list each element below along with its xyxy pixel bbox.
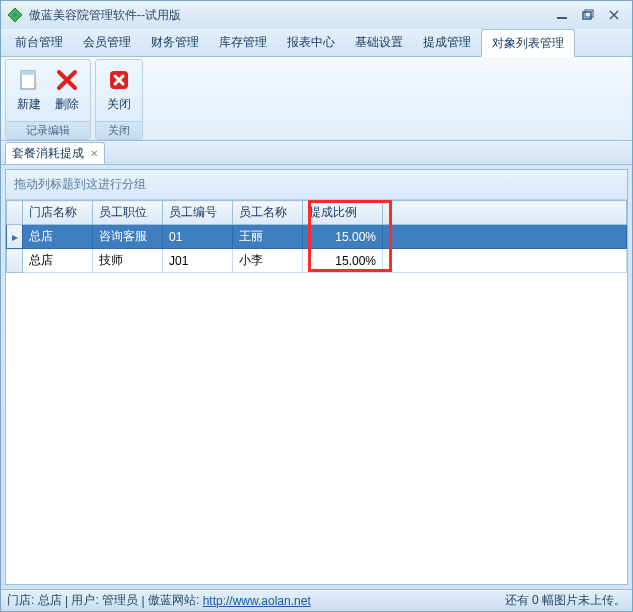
tab-package-commission[interactable]: 套餐消耗提成 ✕ [5, 142, 105, 164]
new-button[interactable]: 新建 [10, 64, 48, 117]
status-site-label: 傲蓝网站: [148, 592, 199, 609]
cell-name[interactable]: 小李 [233, 249, 303, 273]
status-store-label: 门店: [7, 592, 34, 609]
col-position[interactable]: 员工职位 [93, 201, 163, 225]
ribbon-group-edit: 新建 删除 记录编辑 [5, 59, 91, 140]
grid[interactable]: 门店名称 员工职位 员工编号 员工名称 提成比例 ▸总店咨询客服01王丽15.0… [6, 200, 627, 584]
menu-finance[interactable]: 财务管理 [141, 29, 209, 56]
status-user: 管理员 [102, 592, 138, 609]
tab-close-icon[interactable]: ✕ [90, 148, 98, 159]
titlebar: 傲蓝美容院管理软件--试用版 [1, 1, 632, 29]
close-button[interactable] [602, 7, 626, 23]
col-store[interactable]: 门店名称 [23, 201, 93, 225]
menu-inventory[interactable]: 库存管理 [209, 29, 277, 56]
cell-position[interactable]: 咨询客服 [93, 225, 163, 249]
svg-rect-4 [583, 12, 591, 19]
status-site-link[interactable]: http://www.aolan.net [203, 594, 311, 608]
col-code[interactable]: 员工编号 [163, 201, 233, 225]
table-row[interactable]: ▸总店咨询客服01王丽15.00% [7, 225, 627, 249]
svg-rect-3 [557, 17, 567, 19]
cell-position[interactable]: 技师 [93, 249, 163, 273]
menu-reports[interactable]: 报表中心 [277, 29, 345, 56]
col-ratio[interactable]: 提成比例 [303, 201, 383, 225]
row-indicator: ▸ [7, 225, 23, 249]
col-name[interactable]: 员工名称 [233, 201, 303, 225]
new-icon [17, 68, 41, 92]
cell-code[interactable]: J01 [163, 249, 233, 273]
cell-store[interactable]: 总店 [23, 225, 93, 249]
cell-store[interactable]: 总店 [23, 249, 93, 273]
app-logo-icon [7, 7, 23, 23]
tabstrip: 套餐消耗提成 ✕ [1, 141, 632, 165]
window-title: 傲蓝美容院管理软件--试用版 [29, 7, 548, 24]
menu-settings[interactable]: 基础设置 [345, 29, 413, 56]
menu-object-list[interactable]: 对象列表管理 [481, 29, 575, 57]
cell-ratio[interactable]: 15.00% [303, 225, 383, 249]
cell-code[interactable]: 01 [163, 225, 233, 249]
svg-rect-9 [21, 71, 35, 75]
ribbon: 新建 删除 记录编辑 关闭 关闭 [1, 57, 632, 141]
row-indicator [7, 249, 23, 273]
status-upload: 还有 0 幅图片未上传。 [505, 592, 626, 609]
menu-frontdesk[interactable]: 前台管理 [5, 29, 73, 56]
status-store: 总店 [38, 592, 62, 609]
ribbon-group-close: 关闭 关闭 [95, 59, 143, 140]
cell-name[interactable]: 王丽 [233, 225, 303, 249]
svg-point-2 [13, 13, 17, 17]
minimize-button[interactable] [550, 7, 574, 23]
row-header-corner [7, 201, 23, 225]
delete-button[interactable]: 删除 [48, 64, 86, 117]
svg-rect-5 [585, 10, 593, 17]
col-spacer [383, 201, 627, 225]
menu-member[interactable]: 会员管理 [73, 29, 141, 56]
close-tab-button[interactable]: 关闭 [100, 64, 138, 117]
statusbar: 门店: 总店 | 用户: 管理员 | 傲蓝网站: http://www.aola… [1, 589, 632, 611]
status-user-label: 用户: [71, 592, 98, 609]
cell-ratio[interactable]: 15.00% [303, 249, 383, 273]
menubar: 前台管理 会员管理 财务管理 库存管理 报表中心 基础设置 提成管理 对象列表管… [1, 29, 632, 57]
restore-button[interactable] [576, 7, 600, 23]
content-panel: 拖动列标题到这进行分组 门店名称 员工职位 员工编号 员工名称 提成比例 ▸总店… [5, 169, 628, 585]
delete-icon [55, 68, 79, 92]
menu-commission[interactable]: 提成管理 [413, 29, 481, 56]
table-row[interactable]: 总店技师J01小李15.00% [7, 249, 627, 273]
group-hint[interactable]: 拖动列标题到这进行分组 [6, 170, 627, 200]
close-icon [107, 68, 131, 92]
